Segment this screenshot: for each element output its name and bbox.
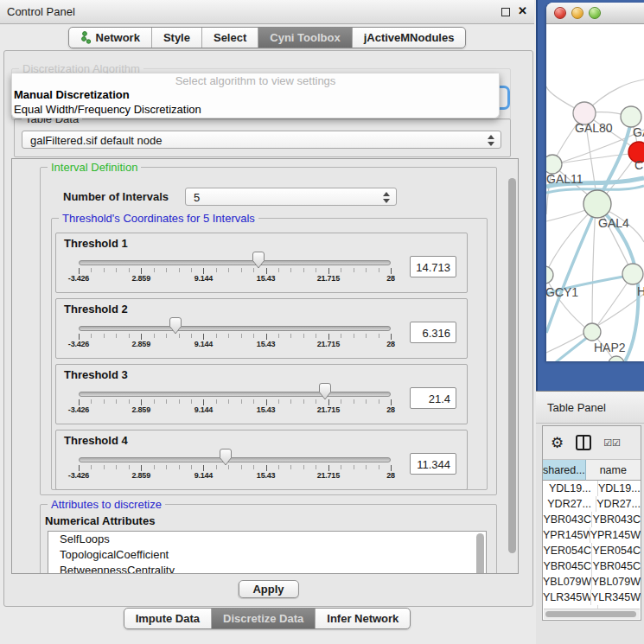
tab-jactivemnodules[interactable]: jActiveMNodules (352, 28, 466, 48)
cell-shared-name[interactable]: YER054C (543, 543, 592, 558)
cell-name[interactable]: YBL079W (592, 574, 641, 590)
cell-shared-name[interactable]: YLR345W (543, 590, 591, 605)
slider-track[interactable] (79, 457, 391, 462)
close-icon[interactable]: ✕ (518, 4, 527, 17)
panel-title: Control Panel (7, 5, 75, 18)
table-data-combobox[interactable]: galFiltered.sif default node (22, 131, 501, 149)
threshold-value[interactable]: 21.4 (410, 387, 456, 409)
cell-name[interactable]: YDL19... (598, 481, 641, 496)
slider-scale-label: 9.144 (194, 405, 214, 414)
network-edge-blue[interactable] (546, 206, 597, 333)
node-table: ⚙ ☑☑ shared... name YDL19...YDL19...YDR2… (542, 425, 641, 621)
table-row[interactable]: YBR043CYBR043C (543, 512, 641, 527)
slider-scale-label: 15.43 (257, 405, 276, 414)
attribute-item-topologicalcoefficient[interactable]: TopologicalCoefficient (48, 547, 486, 563)
table-row[interactable]: YDR27...YDR27... (543, 496, 641, 512)
network-edge-gray[interactable] (594, 276, 632, 330)
slider-thumb[interactable] (219, 449, 233, 466)
threshold-slider[interactable]: -3.4262.8599.14415.4321.71528 (79, 250, 391, 284)
threshold-value[interactable]: 6.316 (410, 322, 456, 343)
scrollbar-thumb[interactable] (545, 611, 636, 617)
slider-thumb[interactable] (252, 252, 265, 269)
table-row[interactable]: YBR045CYBR045C (543, 558, 641, 574)
float-panel-icon[interactable] (501, 8, 510, 16)
tab-style[interactable]: Style (151, 28, 201, 48)
attributes-list[interactable]: SelfLoopsTopologicalCoefficientBetweenne… (48, 531, 487, 574)
network-node-gcy1[interactable] (546, 266, 553, 284)
slider-track[interactable] (79, 260, 391, 265)
number-of-intervals-combobox[interactable]: 5 (185, 188, 397, 206)
slider-thumb[interactable] (318, 383, 332, 400)
threshold-slider[interactable]: -3.4262.8599.14415.4321.71528 (79, 447, 391, 481)
cell-shared-name[interactable]: YBR045C (543, 558, 592, 574)
select-columns-checkboxes-icon[interactable]: ☑☑ (603, 437, 621, 449)
slider-track[interactable] (79, 326, 391, 331)
cell-name[interactable]: YBR045C (592, 558, 641, 574)
cell-name[interactable]: YPR145W (590, 527, 641, 543)
top-tabs: NetworkStyleSelectCyni ToolboxjActiveMNo… (68, 27, 467, 48)
tab-discretize-data[interactable]: Discretize Data (211, 609, 315, 628)
column-header-name[interactable]: name (586, 460, 641, 481)
table-row[interactable]: YLR345WYLR345W (543, 590, 641, 605)
slider-major-tick (266, 465, 267, 471)
network-node-gal11[interactable] (546, 155, 562, 174)
threshold-value[interactable]: 14.713 (410, 256, 456, 277)
columns-icon[interactable] (576, 435, 591, 450)
network-edge-gray[interactable] (592, 207, 596, 330)
slider-track[interactable] (79, 392, 391, 397)
table-row[interactable]: YDL19...YDL19... (543, 481, 641, 496)
cell-shared-name[interactable]: YPR145W (543, 527, 590, 543)
slider-major-tick (203, 268, 204, 274)
slider-thumb[interactable] (169, 317, 182, 335)
zoom-traffic-light[interactable] (589, 7, 601, 19)
tab-cyni-toolbox[interactable]: Cyni Toolbox (258, 28, 351, 48)
tab-select[interactable]: Select (201, 28, 258, 48)
network-node-hap2[interactable] (583, 323, 601, 341)
cell-shared-name[interactable]: YBL079W (543, 574, 592, 590)
threshold-slider[interactable]: -3.4262.8599.14415.4321.71528 (79, 381, 391, 416)
attribute-item-selfloops[interactable]: SelfLoops (48, 532, 486, 547)
cell-name[interactable]: YER054C (592, 543, 641, 558)
attribute-item-betweennesscentrality[interactable]: BetweennessCentrality (48, 563, 486, 574)
close-traffic-light[interactable] (554, 7, 566, 19)
cell-shared-name[interactable]: YDR27... (543, 496, 596, 512)
tab-infer-network[interactable]: Infer Network (315, 609, 410, 628)
algorithm-option-manual-discretization[interactable]: Manual Discretization (12, 87, 499, 102)
network-window-titlebar[interactable] (546, 3, 644, 24)
combobox-value: 5 (194, 191, 200, 204)
cell-shared-name[interactable]: YBR043C (543, 512, 592, 527)
cell-name[interactable]: YDR27... (596, 496, 641, 512)
threshold-value[interactable]: 11.344 (410, 453, 456, 475)
spinner-arrows-icon[interactable] (383, 192, 390, 203)
gear-icon[interactable]: ⚙ (551, 436, 564, 450)
slider-scale-label: 15.43 (257, 274, 276, 283)
slider-scale-label: 28 (386, 340, 395, 348)
minimize-traffic-light[interactable] (571, 7, 583, 19)
network-node-h[interactable] (622, 264, 643, 284)
node-label: GAL (633, 125, 644, 139)
column-header-shared-name[interactable]: shared... (543, 460, 586, 481)
vertical-scrollbar[interactable] (508, 178, 516, 553)
network-edge-gray[interactable] (553, 153, 637, 164)
network-graph[interactable]: GAL80GALCGAL11GAL4GCY1HHAP2 (546, 24, 644, 361)
number-of-intervals-label: Number of Intervals (63, 190, 174, 203)
cell-name[interactable]: YBR043C (592, 512, 641, 527)
cell-shared-name[interactable]: YDL19... (543, 481, 598, 496)
apply-button[interactable]: Apply (238, 580, 298, 598)
table-row[interactable]: YBL079WYBL079W (543, 574, 641, 590)
network-node-gal[interactable] (621, 106, 641, 127)
spinner-arrows-icon[interactable] (488, 135, 494, 146)
network-node[interactable] (609, 356, 624, 361)
tab-impute-data[interactable]: Impute Data (124, 609, 211, 628)
threshold-slider[interactable]: -3.4262.8599.14415.4321.71528 (79, 316, 391, 350)
list-scrollbar[interactable] (476, 533, 484, 574)
table-row[interactable]: YPR145WYPR145W (543, 527, 641, 543)
network-canvas[interactable]: GAL80GALCGAL11GAL4GCY1HHAP2 (546, 24, 644, 361)
horizontal-scrollbar[interactable] (544, 609, 640, 619)
tab-network[interactable]: Network (69, 28, 151, 48)
network-node-gal4[interactable] (583, 190, 611, 218)
slider-minor-ticks (79, 465, 391, 469)
algorithm-option-equal-width-frequency-discretization[interactable]: Equal Width/Frequency Discretization (12, 102, 499, 117)
cell-name[interactable]: YLR345W (591, 590, 641, 605)
table-row[interactable]: YER054CYER054C (543, 543, 641, 558)
